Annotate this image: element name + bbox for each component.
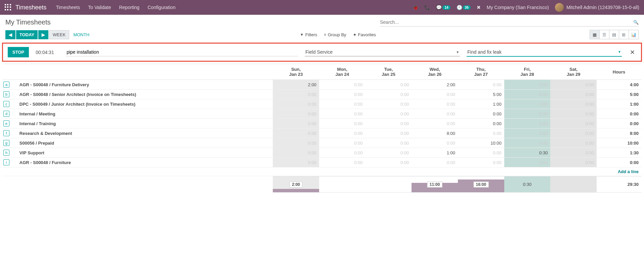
cell[interactable]: 0:00 [319,80,366,90]
cell[interactable]: 0:00 [504,138,551,148]
today-button[interactable]: TODAY [16,30,38,39]
timer-project-select[interactable]: Field Service▼ [305,48,460,56]
nav-reporting[interactable]: Reporting [119,5,139,10]
cell[interactable]: 0:00 [550,90,597,99]
cell[interactable]: 0:00 [319,148,366,158]
cell[interactable]: 8:00 [412,128,458,138]
row-label[interactable]: AGR - S00048 / Furniture [17,158,273,167]
nav-to-validate[interactable]: To Validate [88,5,111,10]
cell[interactable]: 0:00 [550,99,597,109]
row-label[interactable]: DPC - S00049 / Junior Architect (Invoice… [17,99,273,109]
cell[interactable]: 0:00 [458,148,504,158]
stop-button[interactable]: STOP [8,47,29,57]
prev-button[interactable]: ◀ [5,30,15,39]
row-label[interactable]: S00056 / Prepaid [17,138,273,148]
cell[interactable]: 0:00 [412,109,458,119]
cell[interactable]: 0:00 [319,158,366,167]
cell[interactable]: 0:00 [550,80,597,90]
cell[interactable]: 0:00 [319,109,366,119]
search-box[interactable]: 🔍 [380,18,639,27]
cell[interactable]: 0:30 [504,148,551,158]
user-menu[interactable]: Mitchell Admin (12439708-15-0-all) [555,3,639,12]
row-key[interactable]: c [3,101,9,107]
cell[interactable]: 0:00 [458,109,504,119]
groupby-button[interactable]: ≡Group By [324,32,346,37]
row-key[interactable]: i [3,159,9,165]
activities-icon[interactable]: 🕘36 [457,5,471,10]
row-label[interactable]: AGR - S00048 / Furniture Delivery [17,80,273,90]
close-icon[interactable]: ✕ [629,49,636,56]
phone-icon[interactable]: 📞 [424,5,430,10]
cell[interactable]: 0:00 [366,80,412,90]
cell[interactable]: 0:00 [550,138,597,148]
cell[interactable]: 0:00 [319,138,366,148]
row-key[interactable]: d [3,111,9,117]
row-label[interactable]: Internal / Training [17,119,273,128]
row-label[interactable]: AGR - S00048 / Senior Architect (Invoice… [17,90,273,99]
cell[interactable]: 0:00 [273,119,319,128]
messages-icon[interactable]: 💬14 [436,5,450,10]
tools-icon[interactable]: ✖ [477,5,481,10]
cell[interactable]: 0:00 [412,119,458,128]
cell[interactable]: 0:00 [366,128,412,138]
row-key[interactable]: b [3,91,9,97]
row-key[interactable]: h [3,150,9,156]
debug-icon[interactable]: 🐞 [413,5,418,10]
cell[interactable]: 0:00 [550,158,597,167]
cell[interactable]: 0:00 [504,99,551,109]
week-button[interactable]: WEEK [49,30,69,39]
nav-timesheets[interactable]: Timesheets [56,5,80,10]
cell[interactable]: 0:00 [412,158,458,167]
cell[interactable]: 0:00 [366,148,412,158]
cell[interactable]: 0:00 [273,158,319,167]
search-icon[interactable]: 🔍 [633,20,639,25]
cell[interactable]: 0:00 [550,109,597,119]
cell[interactable]: 0:00 [550,128,597,138]
cell[interactable]: 0:00 [550,148,597,158]
cell[interactable]: 0:00 [412,138,458,148]
cell[interactable]: 1:00 [412,148,458,158]
row-label[interactable]: Research & Development [17,128,273,138]
brand[interactable]: Timesheets [15,4,46,11]
cell[interactable]: 0:00 [273,99,319,109]
cell[interactable]: 0:00 [504,128,551,138]
timer-task-select[interactable]: Find and fix leak▼ [467,48,622,57]
cell[interactable]: 0:00 [366,99,412,109]
cell[interactable]: 0:00 [504,119,551,128]
cell[interactable]: 2:00 [273,80,319,90]
row-key[interactable]: g [3,140,9,146]
month-button[interactable]: MONTH [70,31,93,39]
cell[interactable]: 0:00 [319,99,366,109]
search-input[interactable] [380,19,631,25]
cell[interactable]: 0:00 [458,80,504,90]
cell[interactable]: 10:00 [458,138,504,148]
cell[interactable]: 0:00 [458,119,504,128]
cell[interactable]: 2:00 [412,80,458,90]
cell[interactable]: 0:00 [412,99,458,109]
cell[interactable]: 0:00 [366,109,412,119]
cell[interactable]: 0:00 [366,90,412,99]
cell[interactable]: 0:00 [273,109,319,119]
view-pivot-icon[interactable]: ⊞ [619,30,629,39]
view-kanban-icon[interactable]: ▤ [609,30,619,39]
row-key[interactable]: f [3,130,9,136]
row-key[interactable]: a [3,82,9,88]
cell[interactable]: 0:00 [366,119,412,128]
cell[interactable]: 0:00 [273,128,319,138]
view-grid-icon[interactable]: ▦ [590,30,600,39]
add-line[interactable]: Add a line [3,167,641,176]
cell[interactable]: 0:00 [504,158,551,167]
apps-icon[interactable] [5,4,11,11]
cell[interactable]: 0:00 [273,148,319,158]
nav-configuration[interactable]: Configuration [147,5,175,10]
cell[interactable]: 0:00 [550,119,597,128]
cell[interactable]: 0:00 [366,158,412,167]
cell[interactable]: 0:00 [458,128,504,138]
row-label[interactable]: Internal / Meeting [17,109,273,119]
company-switcher[interactable]: My Company (San Francisco) [487,5,549,10]
cell[interactable]: 5:00 [458,90,504,99]
cell[interactable]: 0:00 [412,90,458,99]
cell[interactable]: 0:00 [273,90,319,99]
row-key[interactable]: e [3,120,9,126]
timer-description-input[interactable] [66,48,298,56]
